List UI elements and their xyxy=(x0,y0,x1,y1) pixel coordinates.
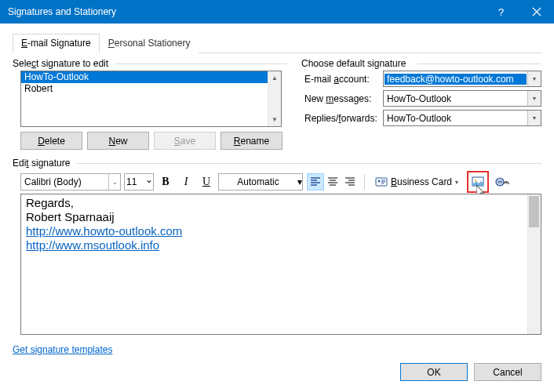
window-title: Signatures and Stationery xyxy=(8,6,483,17)
signature-editor[interactable]: Regards, Robert Sparnaaij http://www.how… xyxy=(20,194,541,335)
chevron-down-icon[interactable]: ⌄ xyxy=(108,174,120,190)
help-button[interactable]: ? xyxy=(483,0,519,24)
list-item[interactable]: Robert xyxy=(21,83,281,95)
default-signature-label: Choose default signature xyxy=(301,58,541,69)
chevron-down-icon[interactable]: ⌄ xyxy=(145,174,153,190)
font-size-combo[interactable]: 11 ⌄ xyxy=(124,173,154,191)
underline-button[interactable]: U xyxy=(198,173,215,191)
save-button: SaveSave xyxy=(154,132,216,150)
chevron-down-icon[interactable]: ▾ xyxy=(527,91,541,106)
tab-email-signature[interactable]: E-mail Signature E-mail Signature xyxy=(13,34,100,53)
replies-forwards-combo[interactable]: HowTo-Outlook ▾ xyxy=(383,110,541,126)
chevron-down-icon[interactable]: ▾ xyxy=(527,71,541,86)
new-button[interactable]: NewNew xyxy=(87,132,149,150)
ok-button[interactable]: OK xyxy=(400,363,468,381)
select-signature-label: Select signature to editSelect signature… xyxy=(13,58,287,69)
chevron-down-icon[interactable]: ▾ xyxy=(297,176,302,187)
editor-text: Robert Sparnaaij xyxy=(26,210,536,224)
svg-point-3 xyxy=(475,180,477,182)
signature-listbox[interactable]: HowTo-Outlook Robert ▲▼ xyxy=(20,71,282,127)
tab-personal-stationery[interactable]: Personal Stationery Personal Stationery xyxy=(100,34,199,53)
replies-forwards-label: Replies/forwards:Replies/forwards: xyxy=(304,113,383,124)
scrollbar[interactable] xyxy=(527,194,541,334)
email-account-label: E-mail account:E-mail account: xyxy=(304,74,383,85)
email-account-combo[interactable]: feedback@howto-outlook.com ▾ xyxy=(383,71,541,87)
font-color-combo[interactable]: Automatic ▾ xyxy=(218,173,303,191)
hyperlink-icon xyxy=(494,176,510,188)
editor-text: Regards, xyxy=(26,196,536,210)
new-messages-label: New messages:New messages: xyxy=(304,93,383,104)
align-center-button[interactable] xyxy=(324,173,341,191)
svg-point-1 xyxy=(378,180,381,183)
cancel-button[interactable]: Cancel xyxy=(474,363,541,381)
font-family-combo[interactable]: Calibri (Body) ⌄ xyxy=(20,173,121,191)
editor-link[interactable]: http://www.howto-outlook.com xyxy=(26,224,182,238)
get-signature-templates-link[interactable]: Get signature templates xyxy=(13,344,112,355)
rename-button[interactable]: RenameRename xyxy=(221,132,282,150)
insert-picture-button[interactable] xyxy=(467,171,489,193)
scrollbar[interactable]: ▲▼ xyxy=(268,71,281,126)
chevron-down-icon[interactable]: ▾ xyxy=(527,111,541,125)
bold-button[interactable]: B xyxy=(157,173,174,191)
titlebar: Signatures and Stationery ? xyxy=(0,0,554,24)
editor-link[interactable]: http://www.msoutlook.info xyxy=(26,238,159,252)
business-card-icon xyxy=(375,176,388,188)
insert-hyperlink-button[interactable] xyxy=(492,173,512,191)
align-right-button[interactable] xyxy=(341,173,359,191)
tab-bar: E-mail Signature E-mail Signature Person… xyxy=(13,33,541,53)
close-button[interactable] xyxy=(519,0,554,24)
delete-button[interactable]: DeleteDelete xyxy=(20,132,82,150)
picture-icon xyxy=(472,176,484,188)
italic-button[interactable]: I xyxy=(177,173,195,191)
edit-signature-label: Edit signatureEdit signature xyxy=(13,158,541,169)
formatting-toolbar: Calibri (Body) ⌄ 11 ⌄ B I U Automatic ▾ xyxy=(20,172,541,192)
list-item[interactable]: HowTo-Outlook xyxy=(21,71,281,83)
new-messages-combo[interactable]: HowTo-Outlook ▾ xyxy=(383,90,541,107)
business-card-button[interactable]: Business CardBusiness Card ▾ xyxy=(370,173,464,191)
align-left-button[interactable] xyxy=(307,173,324,191)
